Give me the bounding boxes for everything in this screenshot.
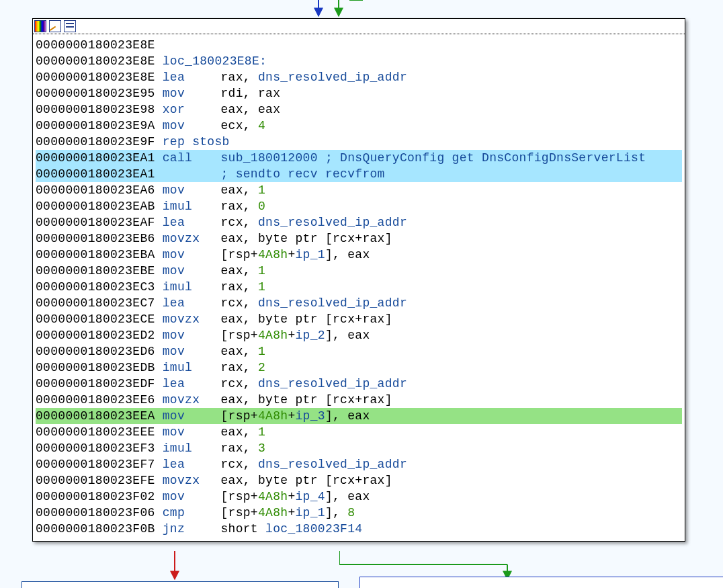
disasm-line[interactable]: 0000000180023EBA mov [rsp+4A8h+ip_1], ea… [36, 247, 682, 263]
disasm-line[interactable]: 0000000180023EE6 movzx eax, byte ptr [rc… [36, 392, 682, 408]
disasm-line[interactable]: 0000000180023EC3 imul rax, 1 [36, 279, 682, 295]
disasm-line[interactable]: 0000000180023EF3 imul rax, 3 [36, 440, 682, 456]
disasm-line[interactable]: 0000000180023ED2 mov [rsp+4A8h+ip_2], ea… [36, 327, 682, 343]
disasm-line[interactable]: 0000000180023E98 xor eax, eax [36, 101, 682, 118]
disasm-line[interactable]: 0000000180023EF7 lea rcx, dns_resolved_i… [36, 456, 682, 472]
disasm-line[interactable]: 0000000180023EAF lea rcx, dns_resolved_i… [36, 214, 682, 230]
disasm-line[interactable]: 0000000180023E9F rep stosb [36, 134, 682, 150]
disasm-line[interactable]: 0000000180023E8E [36, 37, 682, 53]
disasm-line[interactable]: 0000000180023EBE mov eax, 1 [36, 263, 682, 279]
disasm-line[interactable]: 0000000180023EA1 ; sendto recv recvfrom [36, 166, 682, 182]
color-palette-icon[interactable] [34, 20, 46, 32]
disasm-block: 0000000180023E8E 0000000180023E8E loc_18… [32, 18, 685, 542]
disasm-line[interactable]: 0000000180023E8E loc_180023E8E: [36, 53, 682, 69]
block-titlebar [33, 19, 685, 34]
disassembly-listing[interactable]: 0000000180023E8E 0000000180023E8E loc_18… [33, 34, 685, 541]
disasm-line[interactable]: 0000000180023ECE movzx eax, byte ptr [rc… [36, 311, 682, 327]
disasm-line[interactable]: 0000000180023EEA mov [rsp+4A8h+ip_3], ea… [36, 408, 682, 424]
next-block-left [22, 581, 339, 588]
disasm-line[interactable]: 0000000180023EA1 call sub_180012000 ; Dn… [36, 150, 682, 166]
disasm-line[interactable]: 0000000180023E9A mov ecx, 4 [36, 118, 682, 134]
disasm-line[interactable]: 0000000180023F0B jnz short loc_180023F14 [36, 521, 682, 537]
disasm-line[interactable]: 0000000180023ED6 mov eax, 1 [36, 343, 682, 360]
disasm-line[interactable]: 0000000180023EB6 movzx eax, byte ptr [rc… [36, 230, 682, 247]
disasm-line[interactable]: 0000000180023EDB imul rax, 2 [36, 360, 682, 376]
disasm-line[interactable]: 0000000180023EFE movzx eax, byte ptr [rc… [36, 472, 682, 489]
disasm-line[interactable]: 0000000180023EC7 lea rcx, dns_resolved_i… [36, 295, 682, 311]
disasm-line[interactable]: 0000000180023F06 cmp [rsp+4A8h+ip_1], 8 [36, 505, 682, 521]
disasm-line[interactable]: 0000000180023F02 mov [rsp+4A8h+ip_4], ea… [36, 489, 682, 505]
disasm-line[interactable]: 0000000180023EAB imul rax, 0 [36, 198, 682, 214]
next-block-right [359, 577, 723, 588]
toggle-view-icon[interactable] [64, 20, 76, 32]
disasm-line[interactable]: 0000000180023EA6 mov eax, 1 [36, 182, 682, 198]
disasm-line[interactable]: 0000000180023E95 mov rdi, rax [36, 85, 682, 101]
disasm-line[interactable]: 0000000180023E8E lea rax, dns_resolved_i… [36, 69, 682, 85]
disasm-line[interactable]: 0000000180023EDF lea rcx, dns_resolved_i… [36, 376, 682, 392]
edit-icon[interactable] [49, 20, 61, 32]
disasm-line[interactable]: 0000000180023EEE mov eax, 1 [36, 424, 682, 440]
